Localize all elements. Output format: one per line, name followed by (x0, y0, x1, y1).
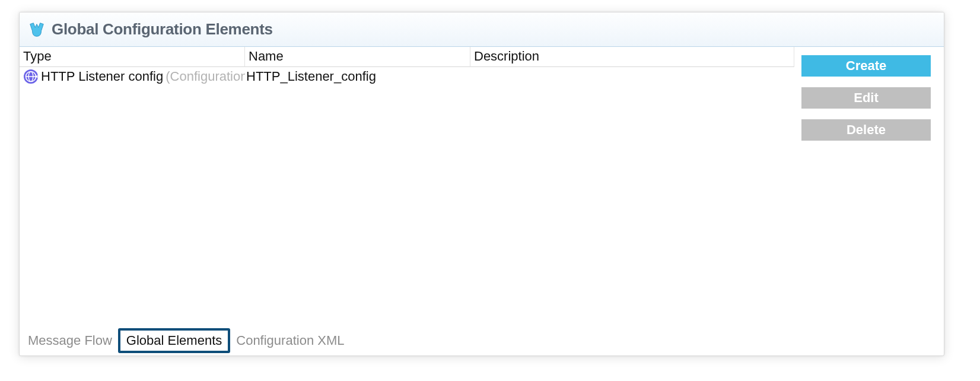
table-row[interactable]: HTTP Listener config (Configuration) HTT… (20, 67, 794, 86)
action-buttons: Create Edit Delete (794, 47, 944, 326)
panel-title: Global Configuration Elements (52, 20, 273, 39)
global-config-panel: Global Configuration Elements Type Name … (19, 12, 944, 356)
http-config-icon (23, 69, 39, 84)
table-header-row: Type Name Description (20, 47, 794, 67)
row-name-value: HTTP_Listener_config (245, 69, 470, 84)
tab-global-elements[interactable]: Global Elements (118, 328, 230, 353)
edit-button[interactable]: Edit (801, 87, 931, 109)
column-header-description[interactable]: Description (470, 47, 794, 67)
delete-button[interactable]: Delete (801, 119, 931, 141)
config-table: Type Name Description (20, 47, 794, 326)
create-button[interactable]: Create (801, 55, 931, 77)
editor-tabs: Message Flow Global Elements Configurati… (20, 326, 944, 355)
column-header-type[interactable]: Type (20, 47, 245, 67)
panel-header: Global Configuration Elements (20, 12, 944, 47)
tab-message-flow[interactable]: Message Flow (22, 329, 118, 352)
column-header-name[interactable]: Name (245, 47, 470, 67)
row-type-suffix: (Configuration) (166, 69, 245, 84)
mule-icon (28, 21, 46, 39)
row-type-value: HTTP Listener config (41, 69, 163, 84)
tab-configuration-xml[interactable]: Configuration XML (230, 329, 350, 352)
